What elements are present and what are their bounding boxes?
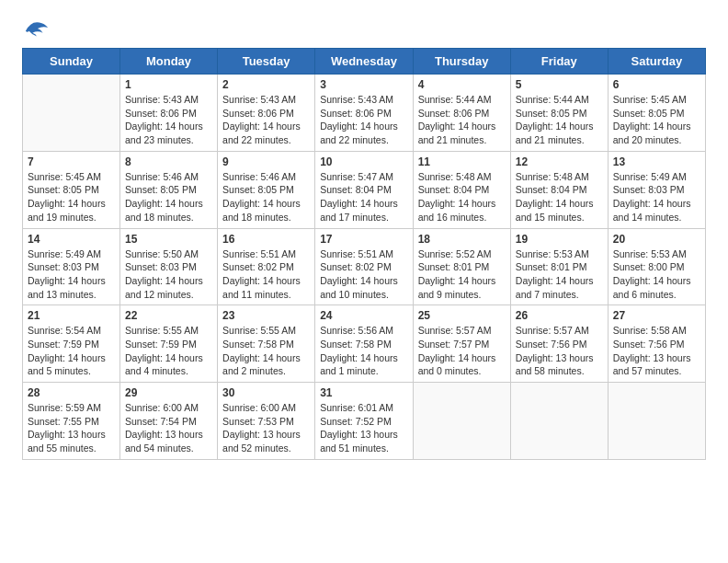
day-info: Sunrise: 5:45 AM Sunset: 8:05 PM Dayligh… (28, 170, 115, 224)
calendar-day-cell: 6Sunrise: 5:45 AM Sunset: 8:05 PM Daylig… (608, 75, 705, 152)
day-number: 17 (320, 233, 407, 246)
calendar-day-cell: 21Sunrise: 5:54 AM Sunset: 7:59 PM Dayli… (23, 305, 120, 383)
calendar-day-header: Friday (510, 49, 608, 75)
calendar-day-header: Wednesday (315, 49, 413, 75)
day-info: Sunrise: 5:49 AM Sunset: 8:03 PM Dayligh… (28, 247, 115, 302)
day-info: Sunrise: 5:47 AM Sunset: 8:04 PM Dayligh… (320, 170, 407, 224)
day-info: Sunrise: 5:56 AM Sunset: 7:58 PM Dayligh… (320, 324, 407, 378)
day-number: 30 (222, 386, 310, 399)
calendar-day-header: Thursday (413, 49, 510, 75)
calendar-day-cell: 18Sunrise: 5:52 AM Sunset: 8:01 PM Dayli… (413, 228, 510, 305)
day-number: 11 (418, 155, 506, 168)
calendar-day-cell: 22Sunrise: 5:55 AM Sunset: 7:59 PM Dayli… (120, 305, 218, 383)
day-number: 15 (125, 233, 212, 246)
day-info: Sunrise: 5:43 AM Sunset: 8:06 PM Dayligh… (222, 93, 310, 147)
calendar-day-cell (413, 383, 510, 460)
calendar-day-cell: 1Sunrise: 5:43 AM Sunset: 8:06 PM Daylig… (120, 75, 218, 152)
day-info: Sunrise: 6:00 AM Sunset: 7:54 PM Dayligh… (125, 401, 212, 455)
logo-bird-icon (24, 18, 50, 39)
day-info: Sunrise: 5:58 AM Sunset: 7:56 PM Dayligh… (613, 324, 700, 378)
day-info: Sunrise: 5:57 AM Sunset: 7:57 PM Dayligh… (418, 324, 506, 378)
day-number: 25 (418, 309, 506, 322)
calendar-week-row: 7Sunrise: 5:45 AM Sunset: 8:05 PM Daylig… (23, 151, 706, 228)
calendar-day-cell: 12Sunrise: 5:48 AM Sunset: 8:04 PM Dayli… (510, 151, 608, 228)
day-number: 22 (125, 309, 212, 322)
day-number: 12 (516, 155, 603, 168)
calendar-day-cell: 20Sunrise: 5:53 AM Sunset: 8:00 PM Dayli… (608, 228, 705, 305)
calendar-day-cell: 25Sunrise: 5:57 AM Sunset: 7:57 PM Dayli… (413, 305, 510, 383)
calendar-day-header: Tuesday (218, 49, 315, 75)
day-info: Sunrise: 6:00 AM Sunset: 7:53 PM Dayligh… (222, 401, 310, 455)
calendar-day-header: Saturday (608, 49, 705, 75)
calendar-day-cell: 15Sunrise: 5:50 AM Sunset: 8:03 PM Dayli… (120, 228, 218, 305)
day-info: Sunrise: 5:49 AM Sunset: 8:03 PM Dayligh… (613, 170, 700, 224)
day-number: 28 (28, 386, 115, 399)
calendar-day-cell: 2Sunrise: 5:43 AM Sunset: 8:06 PM Daylig… (218, 75, 315, 152)
day-number: 1 (125, 78, 212, 91)
day-number: 9 (222, 155, 310, 168)
day-info: Sunrise: 5:48 AM Sunset: 8:04 PM Dayligh… (418, 170, 506, 224)
day-info: Sunrise: 5:59 AM Sunset: 7:55 PM Dayligh… (28, 401, 115, 455)
calendar-day-cell (510, 383, 608, 460)
day-info: Sunrise: 5:43 AM Sunset: 8:06 PM Dayligh… (125, 93, 212, 147)
day-number: 29 (125, 386, 212, 399)
day-info: Sunrise: 5:53 AM Sunset: 8:01 PM Dayligh… (516, 247, 603, 302)
calendar-day-cell: 23Sunrise: 5:55 AM Sunset: 7:58 PM Dayli… (218, 305, 315, 383)
calendar-day-cell: 24Sunrise: 5:56 AM Sunset: 7:58 PM Dayli… (315, 305, 413, 383)
header (22, 18, 706, 39)
day-number: 18 (418, 233, 506, 246)
calendar-day-cell: 30Sunrise: 6:00 AM Sunset: 7:53 PM Dayli… (218, 383, 315, 460)
day-info: Sunrise: 5:52 AM Sunset: 8:01 PM Dayligh… (418, 247, 506, 302)
day-info: Sunrise: 5:55 AM Sunset: 7:59 PM Dayligh… (125, 324, 212, 378)
day-number: 2 (222, 78, 310, 91)
calendar-day-cell: 3Sunrise: 5:43 AM Sunset: 8:06 PM Daylig… (315, 75, 413, 152)
calendar-day-cell: 14Sunrise: 5:49 AM Sunset: 8:03 PM Dayli… (23, 228, 120, 305)
day-info: Sunrise: 5:53 AM Sunset: 8:00 PM Dayligh… (613, 247, 700, 302)
calendar-week-row: 14Sunrise: 5:49 AM Sunset: 8:03 PM Dayli… (23, 228, 706, 305)
calendar-day-header: Monday (120, 49, 218, 75)
calendar-day-cell: 7Sunrise: 5:45 AM Sunset: 8:05 PM Daylig… (23, 151, 120, 228)
calendar-day-cell: 10Sunrise: 5:47 AM Sunset: 8:04 PM Dayli… (315, 151, 413, 228)
day-info: Sunrise: 5:46 AM Sunset: 8:05 PM Dayligh… (222, 170, 310, 224)
day-number: 4 (418, 78, 506, 91)
day-info: Sunrise: 5:46 AM Sunset: 8:05 PM Dayligh… (125, 170, 212, 224)
day-number: 5 (516, 78, 603, 91)
day-number: 21 (28, 309, 115, 322)
day-info: Sunrise: 5:54 AM Sunset: 7:59 PM Dayligh… (28, 324, 115, 378)
calendar-week-row: 21Sunrise: 5:54 AM Sunset: 7:59 PM Dayli… (23, 305, 706, 383)
calendar-day-cell: 17Sunrise: 5:51 AM Sunset: 8:02 PM Dayli… (315, 228, 413, 305)
day-info: Sunrise: 5:48 AM Sunset: 8:04 PM Dayligh… (516, 170, 603, 224)
day-number: 19 (516, 233, 603, 246)
calendar-day-cell (23, 75, 120, 152)
calendar-day-cell: 13Sunrise: 5:49 AM Sunset: 8:03 PM Dayli… (608, 151, 705, 228)
day-number: 16 (222, 233, 310, 246)
day-number: 7 (28, 155, 115, 168)
day-number: 23 (222, 309, 310, 322)
day-number: 13 (613, 155, 700, 168)
day-number: 6 (613, 78, 700, 91)
day-number: 20 (613, 233, 700, 246)
day-number: 31 (320, 386, 407, 399)
calendar-week-row: 1Sunrise: 5:43 AM Sunset: 8:06 PM Daylig… (23, 75, 706, 152)
day-info: Sunrise: 5:44 AM Sunset: 8:06 PM Dayligh… (418, 93, 506, 147)
day-number: 10 (320, 155, 407, 168)
calendar-day-cell: 5Sunrise: 5:44 AM Sunset: 8:05 PM Daylig… (510, 75, 608, 152)
day-info: Sunrise: 5:44 AM Sunset: 8:05 PM Dayligh… (516, 93, 603, 147)
calendar-day-cell: 8Sunrise: 5:46 AM Sunset: 8:05 PM Daylig… (120, 151, 218, 228)
day-info: Sunrise: 5:45 AM Sunset: 8:05 PM Dayligh… (613, 93, 700, 147)
calendar-day-cell: 26Sunrise: 5:57 AM Sunset: 7:56 PM Dayli… (510, 305, 608, 383)
calendar-day-cell: 19Sunrise: 5:53 AM Sunset: 8:01 PM Dayli… (510, 228, 608, 305)
day-number: 24 (320, 309, 407, 322)
calendar-day-cell: 29Sunrise: 6:00 AM Sunset: 7:54 PM Dayli… (120, 383, 218, 460)
day-info: Sunrise: 5:50 AM Sunset: 8:03 PM Dayligh… (125, 247, 212, 302)
calendar-day-cell: 16Sunrise: 5:51 AM Sunset: 8:02 PM Dayli… (218, 228, 315, 305)
calendar-day-cell: 31Sunrise: 6:01 AM Sunset: 7:52 PM Dayli… (315, 383, 413, 460)
calendar-week-row: 28Sunrise: 5:59 AM Sunset: 7:55 PM Dayli… (23, 383, 706, 460)
day-number: 27 (613, 309, 700, 322)
day-number: 26 (516, 309, 603, 322)
calendar-day-header: Sunday (23, 49, 120, 75)
calendar-day-cell (608, 383, 705, 460)
day-number: 14 (28, 233, 115, 246)
calendar-day-cell: 4Sunrise: 5:44 AM Sunset: 8:06 PM Daylig… (413, 75, 510, 152)
day-info: Sunrise: 5:55 AM Sunset: 7:58 PM Dayligh… (222, 324, 310, 378)
